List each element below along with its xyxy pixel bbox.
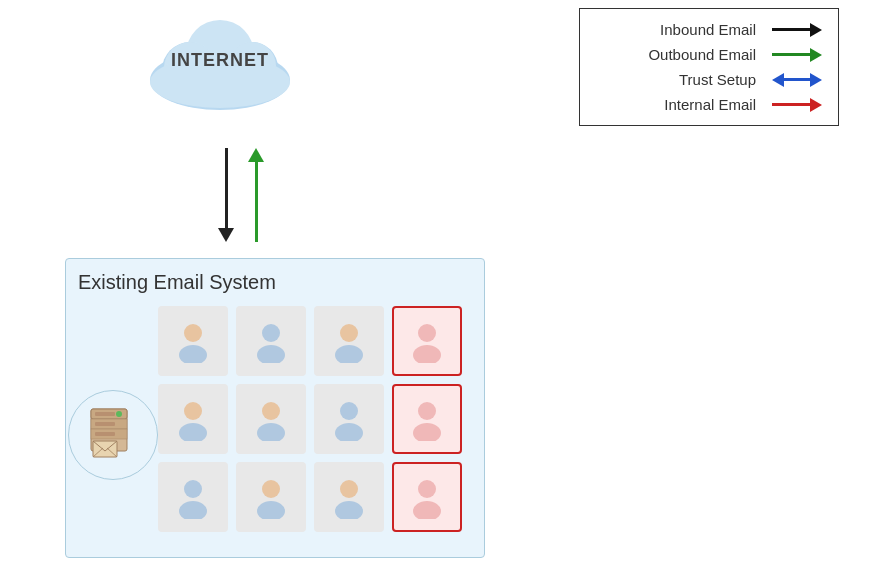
user-cell-3-2 [236,462,306,532]
svg-point-29 [335,501,363,519]
user-icon-1-4 [405,319,449,363]
user-cell-1-3 [314,306,384,376]
user-cell-1-1 [158,306,228,376]
svg-point-21 [335,423,363,441]
arrow-head-internal [810,98,822,112]
inbound-arrow-line [225,148,228,228]
cloud-shape: INTERNET [140,10,300,110]
arrow-line-internal [772,103,810,106]
svg-point-23 [413,423,441,441]
svg-point-27 [257,501,285,519]
svg-point-11 [257,345,285,363]
legend-arrow-inbound [772,23,822,37]
svg-point-9 [179,345,207,363]
legend-item-inbound: Inbound Email [596,21,822,38]
svg-rect-38 [95,432,115,436]
outbound-arrow [248,148,264,242]
user-icon-3-1 [171,475,215,519]
svg-point-22 [418,402,436,420]
user-icon-2-3 [327,397,371,441]
svg-point-26 [262,480,280,498]
server-container [68,390,158,480]
user-icon-3-2 [249,475,293,519]
user-cell-2-3 [314,384,384,454]
email-system-title: Existing Email System [78,271,472,294]
arrow-head-trust-right [810,73,822,87]
cloud-container: INTERNET [140,10,300,110]
svg-point-10 [262,324,280,342]
svg-rect-36 [95,412,115,416]
arrow-head-outbound [810,48,822,62]
svg-rect-37 [95,422,115,426]
inbound-arrow [218,148,234,242]
legend-arrow-internal [772,98,822,112]
user-icon-3-4 [405,475,449,519]
svg-point-14 [418,324,436,342]
user-cell-2-4 [392,384,462,454]
svg-point-25 [179,501,207,519]
legend-item-internal: Internal Email [596,96,822,113]
legend-label-inbound: Inbound Email [596,21,772,38]
legend-label-outbound: Outbound Email [596,46,772,63]
arrow-head-trust-left [772,73,784,87]
svg-point-20 [340,402,358,420]
user-cell-1-4 [392,306,462,376]
user-icon-2-4 [405,397,449,441]
svg-point-15 [413,345,441,363]
svg-point-18 [262,402,280,420]
legend-arrow-outbound [772,48,822,62]
svg-point-39 [116,411,122,417]
legend-label-internal: Internal Email [596,96,772,113]
arrow-line-inbound [772,28,810,31]
outbound-arrow-head [248,148,264,162]
legend-item-outbound: Outbound Email [596,46,822,63]
legend-arrow-trust [772,73,822,87]
arrow-line-outbound [772,53,810,56]
server-icon [83,405,143,465]
user-cell-2-1 [158,384,228,454]
svg-point-8 [184,324,202,342]
inbound-arrow-head [218,228,234,242]
svg-point-19 [257,423,285,441]
user-icon-1-1 [171,319,215,363]
svg-point-12 [340,324,358,342]
svg-point-16 [184,402,202,420]
svg-point-31 [413,501,441,519]
svg-point-24 [184,480,202,498]
user-grid [158,306,472,532]
svg-point-30 [418,480,436,498]
svg-point-13 [335,345,363,363]
user-icon-1-3 [327,319,371,363]
user-icon-2-1 [171,397,215,441]
user-cell-2-2 [236,384,306,454]
user-icon-1-2 [249,319,293,363]
arrow-line-trust [784,78,810,81]
svg-point-17 [179,423,207,441]
svg-point-28 [340,480,358,498]
legend-box: Inbound Email Outbound Email Trust Setup… [579,8,839,126]
legend-item-trust: Trust Setup [596,71,822,88]
cloud-text: INTERNET [171,50,269,71]
arrow-head-inbound [810,23,822,37]
user-cell-3-1 [158,462,228,532]
user-icon-3-3 [327,475,371,519]
legend-label-trust: Trust Setup [596,71,772,88]
user-cell-3-4 [392,462,462,532]
user-icon-2-2 [249,397,293,441]
user-cell-3-3 [314,462,384,532]
outbound-arrow-line [255,162,258,242]
user-cell-1-2 [236,306,306,376]
